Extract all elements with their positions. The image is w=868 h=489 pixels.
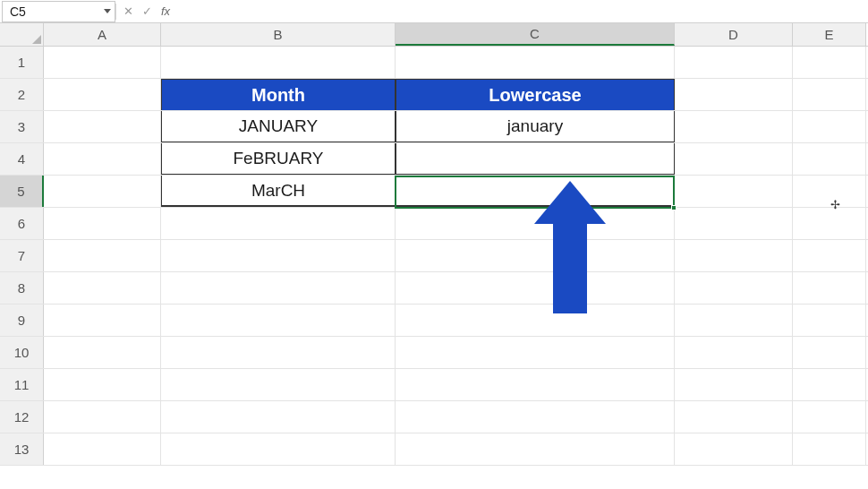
cell[interactable]: [44, 369, 161, 400]
cell[interactable]: [161, 240, 396, 271]
table-header-month[interactable]: Month: [161, 79, 396, 110]
row-3: 3 JANUARY january: [0, 111, 868, 143]
row-13: 13: [0, 433, 868, 466]
row-header-10[interactable]: 10: [0, 337, 44, 368]
cell[interactable]: [675, 272, 793, 304]
cell[interactable]: [396, 369, 675, 400]
row-header-13[interactable]: 13: [0, 433, 44, 465]
cell[interactable]: [675, 337, 793, 368]
cell[interactable]: [44, 143, 161, 175]
formula-bar-icons: ✕ ✓ fx: [116, 4, 177, 18]
row-header-7[interactable]: 7: [0, 240, 44, 271]
cell[interactable]: [44, 401, 161, 433]
row-1: 1: [0, 47, 868, 79]
cell[interactable]: [396, 401, 675, 433]
cell[interactable]: [44, 337, 161, 368]
cell[interactable]: [793, 143, 866, 175]
cell[interactable]: [161, 305, 396, 336]
cell[interactable]: [44, 111, 161, 142]
table-cell[interactable]: MarCH: [161, 176, 396, 207]
cell[interactable]: [793, 272, 866, 304]
spreadsheet-grid: A B C D E 1 2 Month Lowercase 3 JANUARY …: [0, 23, 868, 466]
row-header-8[interactable]: 8: [0, 272, 44, 304]
row-9: 9: [0, 305, 868, 337]
cell[interactable]: [161, 337, 396, 368]
row-header-11[interactable]: 11: [0, 369, 44, 400]
cell[interactable]: [161, 433, 396, 465]
cell[interactable]: [675, 208, 793, 239]
cell[interactable]: [675, 47, 793, 78]
cell[interactable]: [793, 208, 866, 239]
select-all-corner[interactable]: [0, 23, 44, 46]
table-cell[interactable]: JANUARY: [161, 111, 396, 142]
formula-input[interactable]: [177, 1, 868, 22]
cell[interactable]: [161, 272, 396, 304]
row-5: 5 MarCH: [0, 176, 868, 208]
row-header-3[interactable]: 3: [0, 111, 44, 142]
col-header-b[interactable]: B: [161, 23, 396, 46]
cell[interactable]: [44, 240, 161, 271]
row-header-6[interactable]: 6: [0, 208, 44, 239]
row-7: 7: [0, 240, 868, 272]
cell[interactable]: [44, 79, 161, 110]
table-cell[interactable]: FeBRUARY: [161, 143, 396, 175]
row-10: 10: [0, 337, 868, 369]
cell[interactable]: [793, 240, 866, 271]
cell[interactable]: [44, 176, 161, 207]
cell[interactable]: [396, 47, 675, 78]
cursor-icon: ✢: [830, 198, 840, 211]
cell[interactable]: [793, 433, 866, 465]
table-cell[interactable]: january: [396, 111, 675, 142]
cell[interactable]: [396, 433, 675, 465]
cell[interactable]: [675, 176, 793, 207]
cell[interactable]: [161, 208, 396, 239]
row-header-1[interactable]: 1: [0, 47, 44, 78]
table-header-lowercase[interactable]: Lowercase: [396, 79, 675, 110]
cell[interactable]: [793, 401, 866, 433]
row-header-5[interactable]: 5: [0, 176, 44, 207]
cell[interactable]: [161, 47, 396, 78]
arrow-icon: [534, 181, 606, 313]
name-box[interactable]: C5: [2, 1, 115, 22]
cell[interactable]: [675, 111, 793, 142]
cell[interactable]: [793, 369, 866, 400]
cancel-icon[interactable]: ✕: [123, 4, 133, 18]
cell[interactable]: [793, 47, 866, 78]
cell[interactable]: [44, 47, 161, 78]
cell[interactable]: [793, 176, 866, 207]
table-cell[interactable]: [396, 143, 675, 175]
cell[interactable]: [675, 143, 793, 175]
fx-icon[interactable]: fx: [161, 4, 170, 18]
column-headers-row: A B C D E: [0, 23, 868, 47]
row-header-4[interactable]: 4: [0, 143, 44, 175]
row-header-12[interactable]: 12: [0, 401, 44, 433]
cell[interactable]: [44, 433, 161, 465]
cell[interactable]: [675, 433, 793, 465]
accept-icon[interactable]: ✓: [142, 4, 152, 18]
cell[interactable]: [793, 337, 866, 368]
name-box-value: C5: [10, 4, 26, 19]
cell[interactable]: [793, 79, 866, 110]
row-4: 4 FeBRUARY: [0, 143, 868, 176]
row-12: 12: [0, 401, 868, 433]
cell[interactable]: [396, 337, 675, 368]
col-header-e[interactable]: E: [793, 23, 866, 46]
cell[interactable]: [675, 369, 793, 400]
cell[interactable]: [161, 401, 396, 433]
cell[interactable]: [675, 305, 793, 336]
col-header-d[interactable]: D: [675, 23, 793, 46]
row-header-9[interactable]: 9: [0, 305, 44, 336]
cell[interactable]: [161, 369, 396, 400]
cell[interactable]: [675, 240, 793, 271]
cell[interactable]: [44, 305, 161, 336]
cell[interactable]: [675, 401, 793, 433]
cell[interactable]: [793, 111, 866, 142]
cell[interactable]: [793, 305, 866, 336]
row-header-2[interactable]: 2: [0, 79, 44, 110]
cell[interactable]: [44, 272, 161, 304]
col-header-a[interactable]: A: [44, 23, 161, 46]
col-header-c[interactable]: C: [396, 23, 675, 46]
cell[interactable]: [675, 79, 793, 110]
cell[interactable]: [44, 208, 161, 239]
chevron-down-icon[interactable]: [104, 9, 111, 13]
